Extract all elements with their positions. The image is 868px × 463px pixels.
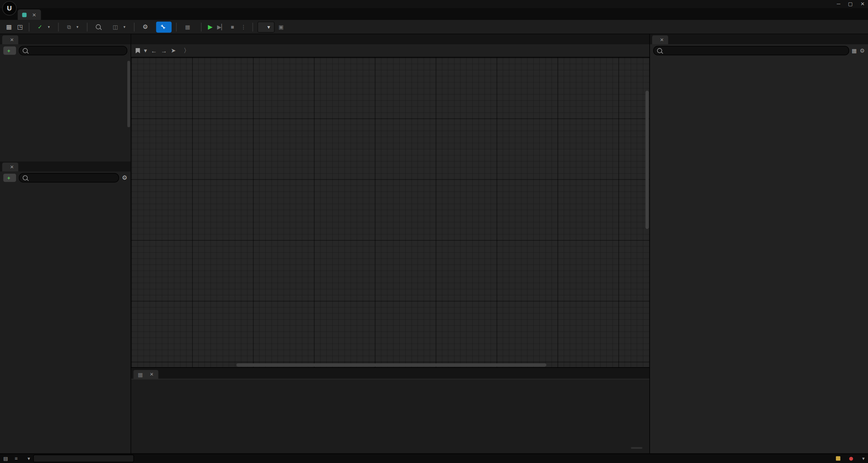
- console-command-input[interactable]: [33, 455, 134, 462]
- find-button[interactable]: [92, 21, 107, 32]
- tab-myblueprint[interactable]: ✕: [2, 163, 18, 171]
- compile-check-icon: ✓: [38, 24, 42, 30]
- bookmarks-icon[interactable]: [136, 48, 140, 53]
- debug-object-dropdown[interactable]: ▾: [257, 21, 274, 32]
- add-component-button[interactable]: +: [3, 46, 16, 55]
- close-tab-icon[interactable]: ✕: [660, 37, 664, 43]
- settings-icon[interactable]: ⚙: [860, 47, 865, 53]
- details-search-row: ▦ ⚙: [650, 44, 868, 56]
- hide-unrelated-button[interactable]: ◫ ▾: [109, 21, 129, 32]
- search-icon: [96, 24, 100, 29]
- compile-results-tabrow: ▦ ✕: [131, 367, 649, 379]
- search-icon: [22, 48, 27, 53]
- diff-button[interactable]: ⧉ ▾: [63, 21, 82, 32]
- plus-icon: +: [7, 47, 10, 53]
- divider: [29, 22, 30, 31]
- settings-icon[interactable]: ⚙: [122, 174, 127, 181]
- chevron-down-icon: ▾: [267, 24, 270, 30]
- myblueprint-search: [18, 173, 119, 182]
- graph-tabs: [131, 34, 649, 44]
- class-settings-button[interactable]: ⚙: [139, 21, 154, 32]
- divider: [176, 22, 177, 31]
- more-options-icon[interactable]: ⋮: [239, 22, 248, 31]
- chevron-down-icon[interactable]: ▾: [144, 47, 147, 54]
- close-tab-icon[interactable]: ✕: [32, 12, 36, 17]
- chevron-down-icon: ▾: [862, 456, 865, 461]
- gear-icon: ⚙: [143, 23, 148, 31]
- minimize-button[interactable]: ─: [837, 0, 840, 8]
- frame-skip-button[interactable]: ▶▏: [217, 22, 226, 31]
- close-tab-icon[interactable]: ✕: [10, 37, 14, 43]
- divider: [201, 22, 202, 31]
- myblueprint-toolbar: + ⚙: [0, 171, 131, 184]
- chevron-down-icon[interactable]: ▾: [76, 25, 78, 29]
- tab-bp-taro[interactable]: ✕: [18, 9, 41, 20]
- components-search: [18, 46, 127, 55]
- graph-nav-icon: ➤: [171, 47, 176, 54]
- window-controls: ─ ▢ ✕: [837, 0, 865, 8]
- stop-button[interactable]: ■: [228, 22, 237, 31]
- search-icon: [22, 175, 27, 180]
- scrollbar[interactable]: [236, 363, 546, 367]
- play-button[interactable]: ▶: [206, 22, 214, 31]
- maximize-button[interactable]: ▢: [848, 0, 853, 8]
- content-drawer-icon: ▤: [3, 456, 8, 461]
- divider: [252, 22, 253, 31]
- component-tree: [0, 56, 131, 162]
- output-log-icon: ≡: [15, 456, 17, 461]
- debug-filter-icon[interactable]: ▣: [277, 22, 286, 31]
- search-icon: [657, 48, 662, 53]
- close-button[interactable]: ✕: [861, 0, 865, 8]
- save-icon[interactable]: ▦: [5, 22, 13, 31]
- diff-icon: ⧉: [67, 23, 71, 30]
- compile-button[interactable]: ✓ ▾: [34, 21, 54, 32]
- parent-class: [860, 10, 862, 16]
- details-search-input[interactable]: [664, 47, 845, 54]
- menubar: ─ ▢ ✕: [0, 0, 868, 8]
- scrollbar[interactable]: [127, 61, 130, 127]
- plus-icon: +: [7, 175, 10, 180]
- details-panel: ✕ ▦ ⚙: [649, 34, 868, 453]
- forward-arrow-icon[interactable]: →: [161, 47, 167, 54]
- toolbar: ▦ ◳ ✓ ▾ ⧉ ▾ ◫ ▾ ⚙ 🔧︎: [0, 20, 868, 34]
- browse-asset-icon[interactable]: ◳: [15, 22, 24, 31]
- unsaved-icon: [836, 456, 841, 461]
- divider: [58, 22, 59, 31]
- tab-details[interactable]: ✕: [652, 36, 668, 44]
- clear-button[interactable]: [631, 447, 643, 449]
- unreal-logo-icon: U: [2, 1, 16, 15]
- tab-components[interactable]: ✕: [2, 36, 18, 44]
- components-search-input[interactable]: [30, 47, 123, 54]
- wrench-icon: 🔧︎: [160, 24, 166, 30]
- blueprint-icon: [22, 13, 27, 17]
- status-right: ▾: [836, 456, 865, 461]
- myblueprint-tabrow: ✕: [0, 162, 131, 172]
- breadcrumb-separator: 〉: [184, 46, 190, 55]
- add-blueprint-item-button[interactable]: +: [3, 173, 16, 182]
- divider: [134, 22, 134, 31]
- display-options-icon[interactable]: ▦: [852, 47, 857, 53]
- event-graph-canvas[interactable]: [131, 57, 649, 367]
- main-area: ✕ + ✕: [0, 34, 868, 453]
- status-bar: ▤ ≡ ▾ ▾: [0, 454, 868, 463]
- chevron-down-icon: ▾: [28, 456, 30, 461]
- left-panel: ✕ + ✕: [0, 34, 131, 453]
- close-tab-icon[interactable]: ✕: [10, 164, 14, 170]
- chevron-down-icon[interactable]: ▾: [48, 25, 50, 29]
- compile-results-panel: [131, 379, 649, 453]
- simulation-icon: ▦: [185, 24, 190, 30]
- unreal-editor-window: U ─ ▢ ✕ ✕ ▦ ◳ ✓ ▾ ⧉ ▾: [0, 0, 868, 463]
- hide-unrelated-icon: ◫: [113, 24, 118, 30]
- divider: [87, 22, 88, 31]
- tab-compile-results[interactable]: ▦ ✕: [134, 370, 158, 379]
- breadcrumb-row: ▾ ← → ➤ 〉: [131, 44, 649, 57]
- back-arrow-icon[interactable]: ←: [151, 47, 157, 54]
- class-defaults-button[interactable]: 🔧︎: [156, 21, 172, 32]
- myblueprint-search-input[interactable]: [30, 174, 115, 181]
- grid-icon: ▦: [138, 371, 143, 377]
- chevron-down-icon[interactable]: ▾: [123, 25, 126, 29]
- simulation-button[interactable]: ▦: [181, 21, 197, 32]
- close-tab-icon[interactable]: ✕: [150, 372, 153, 377]
- scrollbar[interactable]: [646, 91, 649, 229]
- details-tabrow: ✕: [650, 34, 868, 44]
